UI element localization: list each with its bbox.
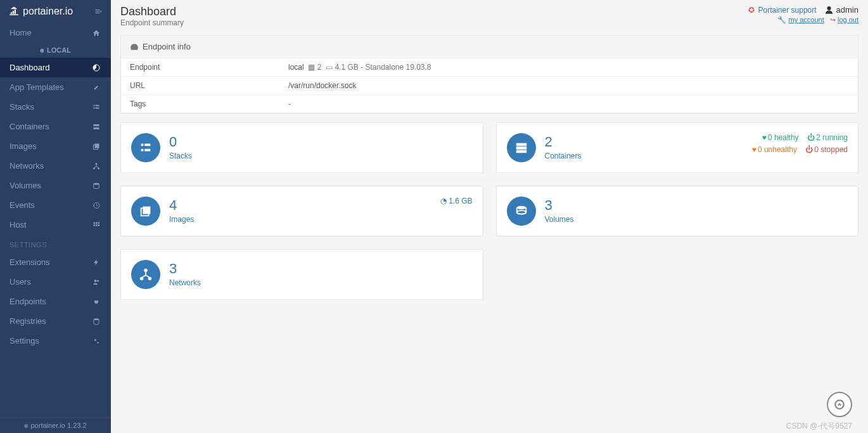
sidebar-item-settings[interactable]: Settings bbox=[0, 331, 111, 351]
scroll-top-button[interactable] bbox=[827, 392, 852, 417]
sidebar-item-images[interactable]: Images bbox=[0, 136, 111, 156]
logout-icon: ↪ bbox=[830, 16, 836, 23]
tile-label: Images bbox=[169, 215, 194, 224]
svg-point-25 bbox=[827, 6, 831, 10]
user-controls: ✪ Portainer support admin 🔧 my account ↪… bbox=[748, 5, 858, 24]
container-stats: ♥0 healthy ⏻2 running ♥0 unhealthy ⏻0 st… bbox=[752, 132, 848, 156]
page-subtitle: Endpoint summary bbox=[120, 18, 184, 27]
endpoint-info-panel: Endpoint info Endpoint local ▦ 2 ▭ 4.1 G… bbox=[120, 35, 858, 113]
microchip-icon: ▦ bbox=[308, 63, 315, 72]
sidebar-item-networks[interactable]: Networks bbox=[0, 156, 111, 176]
support-link[interactable]: ✪ Portainer support bbox=[748, 6, 816, 15]
sidebar-item-home[interactable]: Home bbox=[0, 23, 111, 42]
dashboard-icon bbox=[93, 64, 101, 72]
heartbeat-icon: ♥ bbox=[762, 133, 767, 142]
nav-label: Settings bbox=[10, 336, 39, 346]
nav-label: Stacks bbox=[10, 102, 34, 112]
sidebar-item-host[interactable]: Host bbox=[0, 215, 111, 235]
nav-label: Containers bbox=[10, 122, 49, 131]
sidebar-item-stacks[interactable]: Stacks bbox=[0, 97, 111, 117]
table-row: URL /var/run/docker.sock bbox=[121, 77, 858, 95]
portainer-logo-icon bbox=[8, 5, 20, 18]
brand-logo[interactable]: portainer.io bbox=[8, 5, 73, 18]
nav-label: App Templates bbox=[10, 82, 64, 92]
users-icon bbox=[93, 278, 101, 286]
sidebar-item-registries[interactable]: Registries bbox=[0, 311, 111, 331]
svg-rect-6 bbox=[94, 127, 99, 129]
wrench-icon: 🔧 bbox=[777, 16, 786, 23]
sidebar-item-app-templates[interactable]: App Templates bbox=[0, 77, 111, 97]
svg-rect-2 bbox=[96, 105, 99, 106]
tile-label: Volumes bbox=[545, 215, 574, 224]
svg-point-36 bbox=[516, 210, 526, 214]
server-icon bbox=[93, 123, 101, 131]
tile-images[interactable]: 4 Images ◔ 1.6 GB bbox=[120, 186, 483, 236]
svg-rect-30 bbox=[516, 143, 527, 146]
svg-point-21 bbox=[97, 280, 99, 281]
sidebar-item-users[interactable]: Users bbox=[0, 272, 111, 292]
nav-label: Events bbox=[10, 200, 35, 210]
svg-rect-16 bbox=[98, 222, 100, 224]
svg-rect-27 bbox=[144, 144, 150, 146]
svg-rect-18 bbox=[96, 224, 98, 226]
sidebar-item-extensions[interactable]: Extensions bbox=[0, 252, 111, 272]
svg-point-22 bbox=[94, 318, 99, 320]
images-size: ◔ 1.6 GB bbox=[440, 195, 473, 207]
table-row: Endpoint local ▦ 2 ▭ 4.1 GB - Standalone… bbox=[121, 58, 858, 77]
my-account-link[interactable]: my account bbox=[788, 16, 824, 23]
tile-count: 3 bbox=[169, 262, 201, 276]
database-icon bbox=[93, 318, 101, 325]
nav-label: Volumes bbox=[10, 181, 41, 190]
svg-rect-1 bbox=[94, 105, 95, 106]
logout-link[interactable]: log out bbox=[838, 16, 858, 23]
svg-rect-15 bbox=[96, 222, 98, 224]
svg-point-35 bbox=[516, 206, 526, 210]
sidebar-item-volumes[interactable]: Volumes bbox=[0, 176, 111, 195]
hdd-icon bbox=[93, 182, 101, 190]
tile-label: Networks bbox=[169, 278, 201, 287]
tile-count: 4 bbox=[169, 198, 194, 212]
sidebar-collapse-icon[interactable] bbox=[93, 8, 103, 15]
sitemap-icon bbox=[93, 162, 101, 170]
sidebar-item-endpoints[interactable]: Endpoints bbox=[0, 292, 111, 311]
svg-point-20 bbox=[94, 280, 97, 282]
sidebar-item-dashboard[interactable]: Dashboard bbox=[0, 58, 111, 77]
nav-label: Extensions bbox=[10, 257, 50, 267]
svg-rect-4 bbox=[96, 107, 99, 108]
svg-point-24 bbox=[97, 342, 99, 344]
power-icon: ⏻ bbox=[805, 145, 813, 154]
tile-stacks[interactable]: 0 Stacks bbox=[120, 122, 483, 173]
watermark: CSDN @-代号9527 bbox=[786, 421, 852, 432]
page-title: Dashboard bbox=[120, 5, 184, 18]
main-content: Dashboard Endpoint summary ✪ Portainer s… bbox=[111, 0, 868, 433]
sidebar-item-containers[interactable]: Containers bbox=[0, 117, 111, 136]
sidebar-item-events[interactable]: Events bbox=[0, 195, 111, 215]
svg-point-12 bbox=[94, 183, 99, 184]
images-icon bbox=[131, 197, 160, 226]
clone-icon bbox=[93, 143, 101, 150]
tile-containers[interactable]: 2 Containers ♥0 healthy ⏻2 running ♥0 un… bbox=[496, 122, 859, 173]
tile-networks[interactable]: 3 Networks bbox=[120, 249, 483, 300]
svg-rect-31 bbox=[516, 146, 527, 150]
tile-count: 3 bbox=[545, 198, 574, 212]
tile-volumes[interactable]: 3 Volumes bbox=[496, 186, 859, 236]
svg-rect-7 bbox=[95, 143, 99, 148]
sidebar: portainer.io Home ⎈LOCAL Dashboard App T… bbox=[0, 0, 111, 433]
heartbeat-icon: ♥ bbox=[752, 145, 756, 154]
svg-rect-5 bbox=[94, 124, 99, 126]
portainer-logo-icon: ⎈ bbox=[24, 422, 30, 429]
networks-icon bbox=[131, 260, 160, 289]
history-icon bbox=[93, 202, 101, 209]
nav-label: Images bbox=[10, 141, 37, 151]
svg-rect-26 bbox=[141, 144, 144, 146]
svg-rect-17 bbox=[94, 224, 96, 226]
svg-rect-14 bbox=[94, 222, 96, 224]
nav-label: Home bbox=[10, 28, 32, 37]
user-icon bbox=[824, 5, 834, 15]
pie-chart-icon: ◔ bbox=[440, 197, 447, 205]
settings-section-header: SETTINGS bbox=[0, 235, 111, 252]
endpoint-selector[interactable]: ⎈LOCAL bbox=[0, 42, 111, 58]
svg-point-23 bbox=[94, 339, 96, 341]
brand-text: portainer.io bbox=[23, 6, 73, 17]
nav-label: Dashboard bbox=[10, 63, 50, 72]
